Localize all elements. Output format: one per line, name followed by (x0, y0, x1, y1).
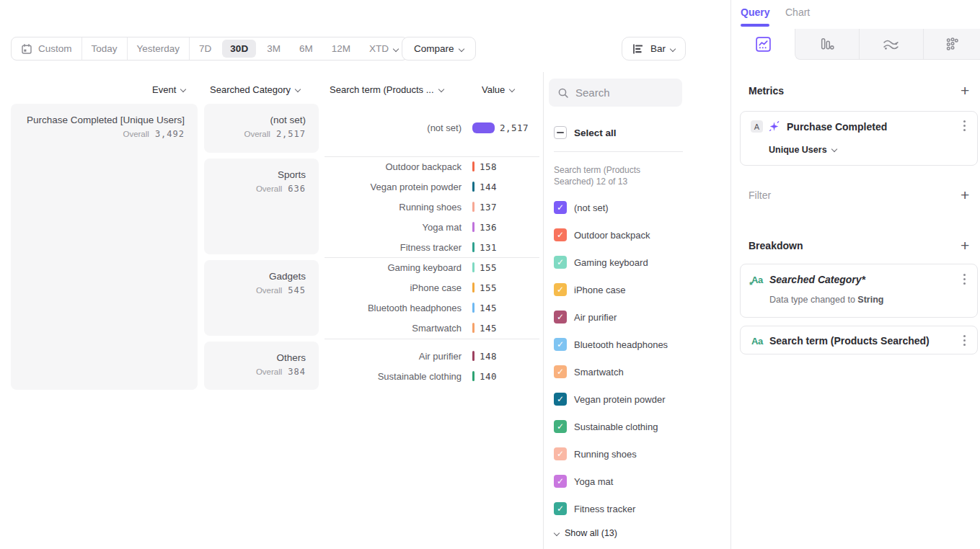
table-row[interactable]: Running shoes 137 (325, 197, 539, 217)
checkbox-checked[interactable]: ✓ (554, 338, 567, 351)
search-input[interactable] (575, 86, 669, 99)
column-header-label: Value (482, 84, 505, 95)
legend-item-label: (not set) (574, 202, 609, 213)
category-card-sports[interactable]: Sports Overall636 (204, 159, 319, 254)
chevron-down-icon (295, 86, 301, 92)
column-header-value[interactable]: Value (482, 84, 514, 95)
search-term-label: Yoga mat (325, 222, 462, 233)
category-card-others[interactable]: Others Overall384 (204, 342, 319, 390)
column-header-event[interactable]: Event (152, 84, 185, 95)
date-xtd-button[interactable]: XTD (360, 37, 407, 60)
checkbox-checked[interactable]: ✓ (554, 201, 567, 214)
metric-card[interactable]: A Purchase Completed Unique Users (740, 111, 978, 166)
search-term-label: Running shoes (325, 202, 462, 213)
select-all-checkbox[interactable] (554, 126, 567, 139)
table-row[interactable]: Smartwatch 145 (325, 318, 539, 338)
check-icon: ✓ (557, 228, 564, 241)
legend-item[interactable]: ✓ Outdoor backpack (554, 228, 650, 241)
table-row[interactable]: Fitness tracker 131 (325, 237, 539, 257)
table-row[interactable]: Gaming keyboard 155 (325, 257, 539, 277)
date-6m-button[interactable]: 6M (290, 37, 322, 60)
add-breakdown-button[interactable]: + (961, 240, 969, 251)
chevron-down-icon (670, 45, 676, 51)
category-card-overall: Overall384 (204, 367, 306, 377)
table-row[interactable]: (not set) 2,517 (325, 117, 539, 138)
legend-item[interactable]: ✓ Yoga mat (554, 475, 613, 488)
tab-query[interactable]: Query (741, 6, 769, 18)
checkbox-checked[interactable]: ✓ (554, 420, 567, 433)
value-bar (472, 323, 474, 333)
date-3m-button[interactable]: 3M (257, 37, 290, 60)
show-all-button[interactable]: Show all (13) (555, 528, 617, 538)
date-today-button[interactable]: Today (82, 37, 127, 60)
date-custom-button[interactable]: Custom (12, 37, 81, 60)
event-card[interactable]: Purchase Completed [Unique Users] Overal… (11, 104, 198, 390)
checkbox-checked[interactable]: ✓ (554, 475, 567, 488)
value-bar (472, 122, 495, 133)
legend-item-label: Running shoes (574, 449, 637, 460)
search-term-label: Air purifier (325, 351, 462, 362)
tab-flows[interactable] (923, 29, 980, 60)
kebab-menu-icon[interactable] (963, 339, 966, 342)
tab-chart[interactable]: Chart (785, 6, 810, 18)
value-text: 158 (480, 161, 497, 172)
legend-item[interactable]: ✓ Air purifier (554, 311, 617, 323)
table-row[interactable]: Air purifier 148 (325, 346, 539, 366)
value-text: 140 (480, 371, 497, 382)
legend-item[interactable]: ✓ Running shoes (554, 447, 637, 460)
category-card-not-set[interactable]: (not set) Overall2,517 (204, 104, 319, 153)
table-row[interactable]: Vegan protein powder 144 (325, 177, 539, 197)
kebab-menu-icon[interactable] (963, 125, 966, 127)
table-row[interactable]: iPhone case 155 (325, 277, 539, 298)
legend-item[interactable]: ✓ Fitness tracker (554, 502, 635, 515)
legend-item[interactable]: ✓ Sustainable clothing (554, 420, 658, 433)
legend-search-box[interactable] (549, 79, 682, 107)
check-icon: ✓ (557, 256, 564, 269)
add-filter-button[interactable]: + (961, 189, 969, 201)
column-header-label: Event (152, 84, 176, 95)
chart-type-selector[interactable]: Bar (622, 37, 686, 61)
table-row[interactable]: Bluetooth headphones 145 (325, 298, 539, 318)
filter-header: Filter (749, 189, 771, 201)
checkbox-checked[interactable]: ✓ (554, 393, 567, 406)
breakdown-card-search-term[interactable]: Aa Search term (Products Searched) (740, 326, 978, 354)
category-card-overall: Overall545 (204, 285, 306, 295)
kebab-menu-icon[interactable] (963, 278, 966, 280)
checkbox-checked[interactable]: ✓ (554, 283, 567, 296)
checkbox-checked[interactable]: ✓ (554, 256, 567, 269)
legend-item[interactable]: ✓ Vegan protein powder (554, 393, 665, 406)
table-row[interactable]: Outdoor backpack 158 (325, 156, 539, 177)
tab-insights-active[interactable] (731, 29, 795, 60)
search-term-label: iPhone case (325, 282, 462, 293)
date-7d-button[interactable]: 7D (190, 37, 221, 60)
value-bar (472, 371, 474, 381)
insights-icon (755, 36, 772, 53)
legend-item[interactable]: ✓ Smartwatch (554, 365, 624, 378)
category-card-gadgets[interactable]: Gadgets Overall545 (204, 260, 319, 336)
legend-item[interactable]: ✓ iPhone case (554, 283, 626, 296)
checkbox-checked[interactable]: ✓ (554, 447, 567, 460)
legend-item[interactable]: ✓ Gaming keyboard (554, 256, 648, 269)
table-row[interactable]: Yoga mat 136 (325, 217, 539, 237)
checkbox-checked[interactable]: ✓ (554, 228, 567, 241)
checkbox-checked[interactable]: ✓ (554, 365, 567, 378)
checkbox-checked[interactable]: ✓ (554, 502, 567, 515)
date-30d-button-selected[interactable]: 30D (222, 40, 256, 58)
check-icon: ✓ (557, 311, 564, 323)
measure-selector[interactable]: Unique Users (769, 145, 836, 155)
legend-item[interactable]: ✓ (not set) (554, 201, 609, 214)
compare-button[interactable]: Compare (402, 37, 476, 61)
add-metric-button[interactable]: + (961, 85, 969, 97)
select-all-row[interactable]: Select all (554, 126, 617, 139)
column-header-search-term[interactable]: Search term (Products ... (330, 84, 443, 95)
column-header-searched-category[interactable]: Searched Category (210, 84, 300, 95)
date-yesterday-button[interactable]: Yesterday (128, 37, 190, 60)
table-row[interactable]: Sustainable clothing 140 (325, 366, 539, 386)
value-text: 145 (480, 323, 497, 334)
tab-retention[interactable] (859, 29, 923, 60)
date-12m-button[interactable]: 12M (322, 37, 360, 60)
tab-funnels[interactable] (795, 29, 859, 60)
legend-item[interactable]: ✓ Bluetooth headphones (554, 338, 668, 351)
checkbox-checked[interactable]: ✓ (554, 311, 567, 323)
breakdown-card-searched-category[interactable]: Aa* Searched Category* Data type changed… (740, 264, 978, 318)
